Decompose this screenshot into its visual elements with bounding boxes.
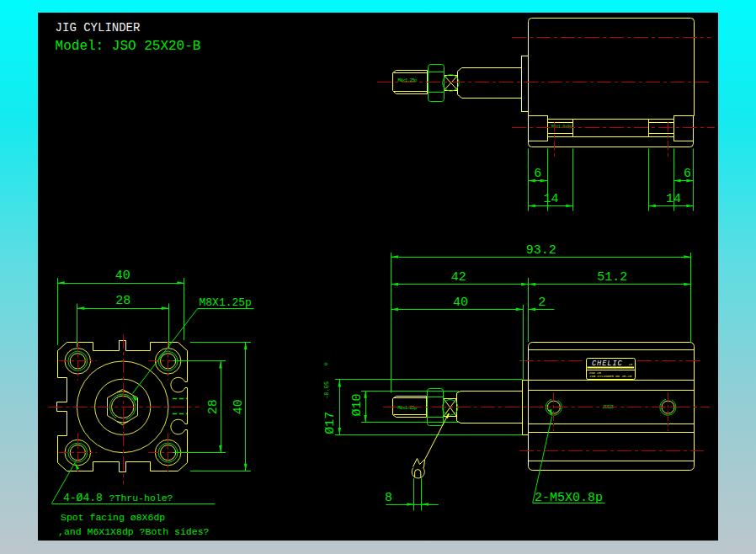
svg-text:6: 6 (534, 167, 541, 181)
svg-text:Ø10: Ø10 (351, 393, 365, 416)
svg-text:LH: LH (629, 363, 632, 366)
svg-text:14: 14 (543, 192, 558, 206)
svg-text:,and M6X1X8dp ?Both sides?: ,and M6X1X8dp ?Both sides? (58, 526, 210, 537)
svg-text:JIG CYLINDER: JIG CYLINDER (56, 21, 141, 35)
svg-text:14: 14 (666, 192, 681, 206)
svg-text:51.2: 51.2 (597, 270, 627, 285)
svg-text:28: 28 (115, 294, 130, 308)
svg-text:42: 42 (451, 270, 466, 285)
svg-text:0: 0 (323, 362, 329, 365)
svg-text:40: 40 (453, 296, 468, 310)
svg-text:93.2: 93.2 (526, 243, 556, 258)
svg-text:JIG CYLINDER DO 25-20: JIG CYLINDER DO 25-20 (589, 375, 632, 378)
svg-text:8: 8 (385, 491, 392, 505)
svg-text:4-Ø4.8 ?Thru-hole?: 4-Ø4.8 ?Thru-hole? (63, 492, 173, 504)
svg-text:28: 28 (207, 399, 221, 414)
svg-text:Spot facing ø8X6dp: Spot facing ø8X6dp (61, 512, 165, 523)
svg-text:Ø17: Ø17 (323, 412, 338, 434)
svg-text:M8X1.25p: M8X1.25p (200, 296, 252, 309)
svg-text:Model: JSO 25X20-B: Model: JSO 25X20-B (56, 39, 201, 54)
svg-text:6: 6 (684, 167, 691, 181)
svg-text:-0.05: -0.05 (324, 381, 331, 399)
svg-text:2: 2 (538, 296, 546, 310)
svg-text:2-M5X0.8p: 2-M5X0.8p (535, 491, 603, 505)
svg-text:40: 40 (115, 269, 130, 283)
svg-text:M8x1.25p: M8x1.25p (397, 405, 417, 411)
svg-text:JSO 25: JSO 25 (589, 371, 602, 375)
svg-text:40: 40 (232, 399, 247, 414)
